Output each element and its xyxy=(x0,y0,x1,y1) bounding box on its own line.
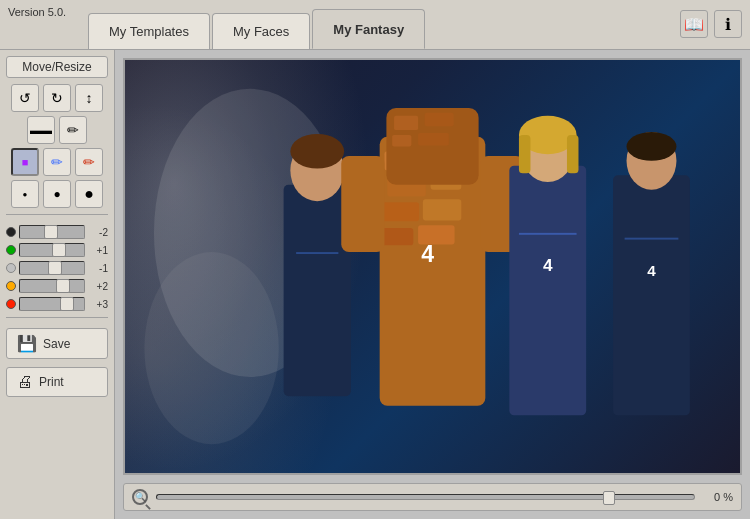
red-slider-row: +3 xyxy=(6,297,108,311)
hue-thumb[interactable] xyxy=(56,279,70,293)
hue-value: +2 xyxy=(88,281,108,292)
brightness-value: -2 xyxy=(88,227,108,238)
svg-rect-20 xyxy=(341,156,384,252)
dot3-button[interactable]: ● xyxy=(75,180,103,208)
hue-slider-row: +2 xyxy=(6,279,108,293)
contrast-slider-row: +1 xyxy=(6,243,108,257)
header-icons: 📖 ℹ xyxy=(680,10,742,38)
divider2 xyxy=(6,317,108,318)
brightness-slider-row: -2 xyxy=(6,225,108,239)
svg-rect-13 xyxy=(380,228,414,245)
saturation-value: -1 xyxy=(88,263,108,274)
pencil-button[interactable]: ✏ xyxy=(59,116,87,144)
flip-button[interactable]: ↕ xyxy=(75,84,103,112)
erase2-button[interactable]: ✏ xyxy=(75,148,103,176)
divider1 xyxy=(6,214,108,215)
save-button[interactable]: 💾 Save xyxy=(6,328,108,359)
brush-button[interactable]: ✏ xyxy=(43,148,71,176)
svg-point-32 xyxy=(627,132,677,161)
red-thumb[interactable] xyxy=(60,297,74,311)
info-icon: ℹ xyxy=(725,15,731,34)
svg-rect-23 xyxy=(509,166,586,416)
header: Version 5.0. My Templates My Faces My Fa… xyxy=(0,0,750,50)
eraser-button[interactable]: ▬▬ xyxy=(27,116,55,144)
move-resize-button[interactable]: Move/Resize xyxy=(6,56,108,78)
save-icon: 💾 xyxy=(17,334,37,353)
image-frame: 4 4 xyxy=(123,58,742,475)
rotate-left-button[interactable]: ↺ xyxy=(11,84,39,112)
brightness-slider[interactable] xyxy=(19,225,85,239)
book-icon-button[interactable]: 📖 xyxy=(680,10,708,38)
svg-rect-11 xyxy=(383,202,419,221)
draw-tools-row2: ■ ✏ ✏ xyxy=(6,148,108,176)
print-label: Print xyxy=(39,375,64,389)
red-indicator xyxy=(6,299,16,309)
svg-rect-12 xyxy=(423,199,461,220)
main-area: Move/Resize ↺ ↻ ↕ ▬▬ ✏ ■ ✏ ✏ ● ● ● xyxy=(0,50,750,519)
tab-my-fantasy[interactable]: My Fantasy xyxy=(312,9,425,49)
tab-my-faces[interactable]: My Faces xyxy=(212,13,310,49)
svg-rect-33 xyxy=(625,238,679,240)
red-value: +3 xyxy=(88,299,108,310)
svg-rect-16 xyxy=(394,116,418,130)
svg-text:4: 4 xyxy=(421,241,434,267)
svg-text:4: 4 xyxy=(543,255,553,275)
svg-rect-17 xyxy=(425,113,454,126)
saturation-slider[interactable] xyxy=(19,261,85,275)
svg-rect-30 xyxy=(613,175,690,415)
svg-rect-19 xyxy=(418,133,449,145)
red-slider[interactable] xyxy=(19,297,85,311)
dot-tools-row: ● ● ● xyxy=(6,180,108,208)
zoom-slider[interactable] xyxy=(156,494,695,500)
contrast-thumb[interactable] xyxy=(52,243,66,257)
contrast-slider[interactable] xyxy=(19,243,85,257)
rotate-right-button[interactable]: ↻ xyxy=(43,84,71,112)
svg-point-1 xyxy=(144,252,278,444)
contrast-indicator xyxy=(6,245,16,255)
hue-indicator xyxy=(6,281,16,291)
saturation-indicator xyxy=(6,263,16,273)
dot1-button[interactable]: ● xyxy=(11,180,39,208)
version-label: Version 5.0. xyxy=(8,6,66,18)
image-canvas[interactable]: 4 4 xyxy=(125,60,740,473)
svg-rect-28 xyxy=(519,233,577,235)
left-panel: Move/Resize ↺ ↻ ↕ ▬▬ ✏ ■ ✏ ✏ ● ● ● xyxy=(0,50,115,519)
svg-rect-2 xyxy=(284,185,351,396)
draw-tools-row1: ▬▬ ✏ xyxy=(6,116,108,144)
zoom-icon: 🔍 xyxy=(132,489,148,505)
svg-rect-26 xyxy=(519,135,531,173)
tabs-container: My Templates My Faces My Fantasy xyxy=(88,0,425,49)
print-button[interactable]: 🖨 Print xyxy=(6,367,108,397)
brightness-thumb[interactable] xyxy=(44,225,58,239)
hue-slider[interactable] xyxy=(19,279,85,293)
rotate-tools-row: ↺ ↻ ↕ xyxy=(6,84,108,112)
characters-svg: 4 4 xyxy=(125,60,740,473)
brightness-indicator xyxy=(6,227,16,237)
saturation-slider-row: -1 xyxy=(6,261,108,275)
print-icon: 🖨 xyxy=(17,373,33,391)
svg-text:4: 4 xyxy=(647,262,656,279)
tab-my-templates[interactable]: My Templates xyxy=(88,13,210,49)
zoom-thumb[interactable] xyxy=(603,491,615,505)
svg-point-4 xyxy=(290,134,344,169)
content-area: 4 4 xyxy=(115,50,750,519)
zoom-value: 0 % xyxy=(703,491,733,503)
contrast-value: +1 xyxy=(88,245,108,256)
sliders-section: -2 +1 -1 +2 xyxy=(6,225,108,311)
saturation-thumb[interactable] xyxy=(48,261,62,275)
dot2-button[interactable]: ● xyxy=(43,180,71,208)
info-icon-button[interactable]: ℹ xyxy=(714,10,742,38)
save-label: Save xyxy=(43,337,70,351)
color-swatch-button[interactable]: ■ xyxy=(11,148,39,176)
zoom-bar: 🔍 0 % xyxy=(123,483,742,511)
svg-rect-27 xyxy=(567,135,579,173)
svg-rect-18 xyxy=(392,135,411,147)
svg-rect-5 xyxy=(296,252,338,254)
book-icon: 📖 xyxy=(684,15,704,34)
